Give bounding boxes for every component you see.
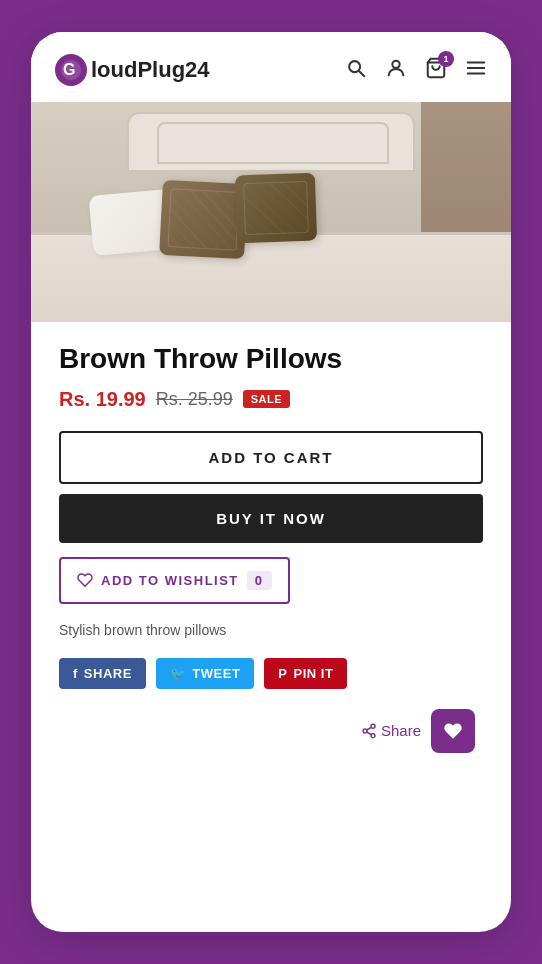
svg-line-13: [367, 727, 372, 730]
svg-text:G: G: [63, 61, 75, 78]
twitter-icon: 🐦: [170, 666, 187, 681]
product-description: Stylish brown throw pillows: [59, 622, 483, 638]
wishlist-label: ADD TO WISHLIST: [101, 573, 239, 588]
logo-text: loudPlug24: [91, 57, 210, 83]
bed-scene: [31, 102, 511, 322]
share-pinterest-button[interactable]: P PIN IT: [264, 658, 347, 689]
price-original: Rs. 25.99: [156, 389, 233, 410]
pinterest-icon: P: [278, 666, 287, 681]
product-image-placeholder: [31, 102, 511, 322]
svg-point-11: [371, 733, 375, 737]
pinterest-label: PIN IT: [294, 666, 334, 681]
headboard: [127, 112, 415, 172]
cart-badge: 1: [438, 51, 454, 67]
pillow-brown-2: [235, 173, 317, 244]
twitter-label: TWEET: [192, 666, 240, 681]
svg-line-12: [367, 732, 372, 735]
product-image: [31, 102, 511, 322]
logo[interactable]: G loudPlug24: [55, 54, 210, 86]
search-icon[interactable]: [345, 57, 367, 84]
facebook-icon: f: [73, 666, 78, 681]
phone-card: G loudPlug24 1: [31, 32, 511, 932]
social-share: f SHARE 🐦 TWEET P PIN IT: [59, 658, 483, 689]
svg-point-9: [371, 724, 375, 728]
product-title: Brown Throw Pillows: [59, 342, 483, 376]
share-facebook-button[interactable]: f SHARE: [59, 658, 146, 689]
share-heart-button[interactable]: [431, 709, 475, 753]
header-icons: 1: [345, 57, 487, 84]
product-info: Brown Throw Pillows Rs. 19.99 Rs. 25.99 …: [31, 322, 511, 753]
person-icon[interactable]: [385, 57, 407, 84]
svg-point-10: [363, 729, 367, 733]
add-to-wishlist-button[interactable]: ADD TO WISHLIST 0: [59, 557, 290, 604]
cart-icon[interactable]: 1: [425, 57, 447, 84]
svg-point-2: [349, 61, 360, 72]
logo-icon: G: [55, 54, 87, 86]
add-to-cart-button[interactable]: ADD TO CART: [59, 431, 483, 484]
sale-badge: SALE: [243, 390, 290, 408]
svg-line-3: [359, 71, 364, 76]
bottom-share-row: Share: [59, 709, 483, 753]
share-text: Share: [361, 722, 421, 739]
buy-it-now-button[interactable]: BUY IT NOW: [59, 494, 483, 543]
wishlist-count: 0: [247, 571, 272, 590]
price-row: Rs. 19.99 Rs. 25.99 SALE: [59, 388, 483, 411]
svg-point-4: [392, 60, 399, 67]
menu-icon[interactable]: [465, 57, 487, 84]
header: G loudPlug24 1: [31, 32, 511, 102]
share-twitter-button[interactable]: 🐦 TWEET: [156, 658, 255, 689]
share-label: Share: [381, 722, 421, 739]
facebook-label: SHARE: [84, 666, 132, 681]
price-current: Rs. 19.99: [59, 388, 146, 411]
